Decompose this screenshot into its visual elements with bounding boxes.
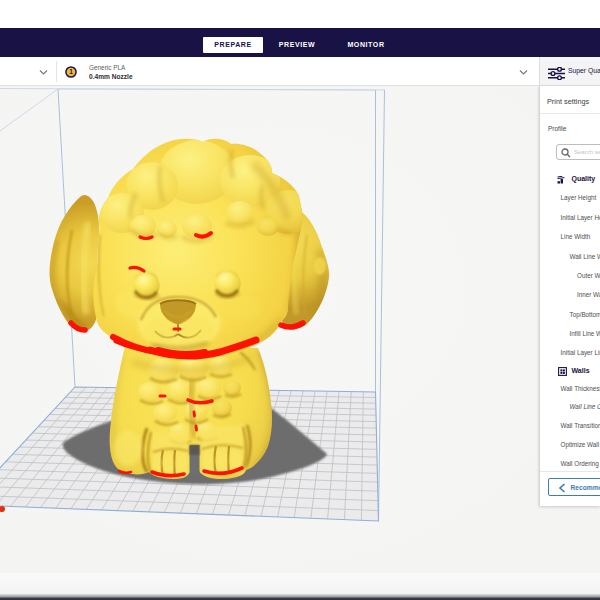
svg-text:1: 1 bbox=[69, 68, 73, 75]
